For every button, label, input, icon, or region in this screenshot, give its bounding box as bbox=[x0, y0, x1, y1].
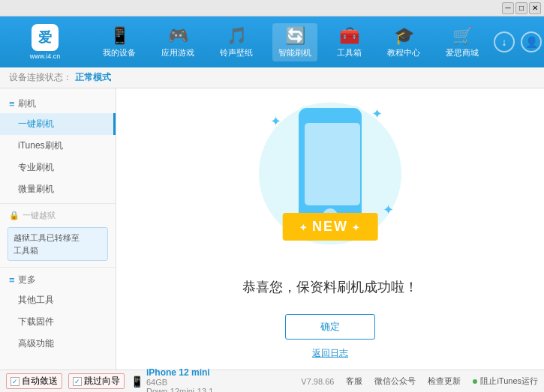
device-firmware: Down-12mini-13,1 bbox=[146, 387, 213, 393]
sidebar-sub-jailbreak: 🔒 一键越狱 bbox=[0, 207, 116, 224]
nav-my-device[interactable]: 📱 我的设备 bbox=[97, 23, 142, 61]
device-name: iPhone 12 mini bbox=[146, 367, 213, 378]
sidebar-section-more: ≡ 更多 bbox=[0, 271, 116, 289]
nav-store[interactable]: 🛒 爱思商城 bbox=[440, 23, 485, 61]
nav-apps-games[interactable]: 🎮 应用游戏 bbox=[155, 23, 200, 61]
device-info: 📱 iPhone 12 mini 64GB Down-12mini-13,1 bbox=[131, 367, 213, 393]
auto-dismiss-checkbox[interactable]: ✓ 自动敛送 bbox=[6, 373, 62, 389]
logo-icon: 爱 bbox=[32, 24, 59, 51]
sidebar-divider-2 bbox=[0, 267, 116, 268]
store-label: 爱思商城 bbox=[446, 47, 479, 58]
device-details: iPhone 12 mini 64GB Down-12mini-13,1 bbox=[146, 367, 213, 393]
sidebar-item-pro-flash[interactable]: 专业刷机 bbox=[0, 157, 116, 178]
title-bar: ─ □ ✕ bbox=[0, 0, 544, 16]
toolbox-label: 工具箱 bbox=[337, 47, 362, 58]
minimize-btn[interactable]: ─ bbox=[502, 2, 514, 14]
more-section-icon: ≡ bbox=[9, 274, 15, 286]
go-back-link[interactable]: 返回日志 bbox=[312, 347, 348, 360]
account-btn[interactable]: 👤 bbox=[521, 31, 542, 52]
device-storage: 64GB bbox=[146, 378, 213, 387]
sidebar-item-save-flash[interactable]: 微量刷机 bbox=[0, 178, 116, 200]
apps-games-icon: 🎮 bbox=[168, 26, 188, 46]
check-update-link[interactable]: 检查更新 bbox=[428, 376, 461, 387]
sidebar-note-text: 越狱工具已转移至 工具箱 bbox=[14, 233, 80, 255]
sidebar-item-download-firmware[interactable]: 下载固件 bbox=[0, 311, 116, 333]
sidebar-item-one-click-flash[interactable]: 一键刷机 bbox=[0, 113, 116, 135]
header-right: ↓ 👤 bbox=[491, 31, 544, 52]
ringtones-label: 铃声壁纸 bbox=[220, 47, 253, 58]
auto-dismiss-check: ✓ bbox=[11, 377, 20, 386]
toolbox-icon: 🧰 bbox=[339, 26, 359, 46]
device-phone-icon: 📱 bbox=[131, 376, 143, 388]
confirm-button[interactable]: 确定 bbox=[285, 314, 375, 340]
skip-wizard-label: 跳过向导 bbox=[84, 375, 120, 388]
smart-flash-icon: 🔄 bbox=[285, 26, 305, 46]
logo-area: 爱 www.i4.cn bbox=[0, 24, 90, 60]
sidebar-item-advanced[interactable]: 高级功能 bbox=[0, 333, 116, 355]
sparkle-3-icon: ✦ bbox=[383, 202, 394, 218]
tutorials-label: 教程中心 bbox=[387, 47, 420, 58]
jailbreak-label: 一键越狱 bbox=[23, 210, 56, 221]
flash-section-icon: ≡ bbox=[9, 98, 15, 109]
bottom-right: V7.98.66 客服 微信公众号 检查更新 阻止iTunes运行 bbox=[301, 376, 538, 387]
new-banner: NEW bbox=[283, 213, 378, 241]
main-area: ≡ 刷机 一键刷机 iTunes刷机 专业刷机 微量刷机 🔒 一键越狱 越狱工具… bbox=[0, 88, 544, 370]
wechat-link[interactable]: 微信公众号 bbox=[374, 376, 416, 387]
header: 爱 www.i4.cn 📱 我的设备 🎮 应用游戏 🎵 铃声壁纸 🔄 智能刷机 … bbox=[0, 16, 544, 67]
sparkle-1-icon: ✦ bbox=[270, 113, 281, 130]
sidebar-item-other-tools[interactable]: 其他工具 bbox=[0, 289, 116, 311]
content-area: ✦ ✦ ✦ NEW 恭喜您，保资料刷机成功啦！ 确定 返回日志 bbox=[116, 88, 544, 370]
my-device-icon: 📱 bbox=[110, 26, 130, 46]
flash-section-label: 刷机 bbox=[18, 97, 36, 110]
phone-screen bbox=[305, 123, 360, 205]
skip-wizard-checkbox[interactable]: ✓ 跳过向导 bbox=[68, 373, 125, 389]
bottom-left: ✓ 自动敛送 ✓ 跳过向导 📱 iPhone 12 mini 64GB Down… bbox=[6, 367, 301, 393]
skip-wizard-check: ✓ bbox=[73, 377, 82, 386]
itunes-status: 阻止iTunes运行 bbox=[473, 376, 538, 387]
status-label: 设备连接状态： bbox=[9, 71, 72, 84]
nav-smart-flash[interactable]: 🔄 智能刷机 bbox=[272, 23, 317, 61]
tutorials-icon: 🎓 bbox=[394, 26, 414, 46]
nav-ringtones[interactable]: 🎵 铃声壁纸 bbox=[214, 23, 259, 61]
nav-toolbox[interactable]: 🧰 工具箱 bbox=[331, 23, 368, 61]
logo-url: www.i4.cn bbox=[30, 52, 61, 60]
sparkle-2-icon: ✦ bbox=[371, 106, 383, 122]
close-btn[interactable]: ✕ bbox=[529, 2, 541, 14]
more-section-label: 更多 bbox=[18, 274, 36, 286]
apps-games-label: 应用游戏 bbox=[161, 47, 194, 58]
support-link[interactable]: 客服 bbox=[346, 376, 362, 387]
itunes-status-label: 阻止iTunes运行 bbox=[480, 376, 538, 387]
success-illustration: ✦ ✦ ✦ NEW bbox=[248, 98, 413, 263]
status-bar: 设备连接状态： 正常模式 bbox=[0, 67, 544, 88]
status-value: 正常模式 bbox=[75, 71, 111, 84]
smart-flash-label: 智能刷机 bbox=[278, 47, 311, 58]
sidebar: ≡ 刷机 一键刷机 iTunes刷机 专业刷机 微量刷机 🔒 一键越狱 越狱工具… bbox=[0, 88, 116, 370]
lock-icon: 🔒 bbox=[9, 211, 20, 220]
auto-dismiss-label: 自动敛送 bbox=[22, 375, 58, 388]
bottom-bar: ✓ 自动敛送 ✓ 跳过向导 📱 iPhone 12 mini 64GB Down… bbox=[0, 370, 544, 392]
sidebar-note-jailbreak: 越狱工具已转移至 工具箱 bbox=[8, 227, 108, 261]
version-text: V7.98.66 bbox=[301, 377, 334, 386]
sidebar-divider-1 bbox=[0, 203, 116, 204]
nav-tutorials[interactable]: 🎓 教程中心 bbox=[381, 23, 426, 61]
store-icon: 🛒 bbox=[452, 26, 473, 46]
my-device-label: 我的设备 bbox=[103, 47, 136, 58]
green-dot-icon bbox=[473, 379, 477, 384]
download-btn[interactable]: ↓ bbox=[494, 31, 515, 52]
sidebar-item-itunes-flash[interactable]: iTunes刷机 bbox=[0, 135, 116, 157]
maximize-btn[interactable]: □ bbox=[515, 2, 527, 14]
success-text: 恭喜您，保资料刷机成功啦！ bbox=[242, 278, 418, 296]
nav-bar: 📱 我的设备 🎮 应用游戏 🎵 铃声壁纸 🔄 智能刷机 🧰 工具箱 🎓 教程中心… bbox=[90, 23, 491, 61]
sidebar-section-flash: ≡ 刷机 bbox=[0, 94, 116, 113]
ringtones-icon: 🎵 bbox=[227, 26, 247, 46]
